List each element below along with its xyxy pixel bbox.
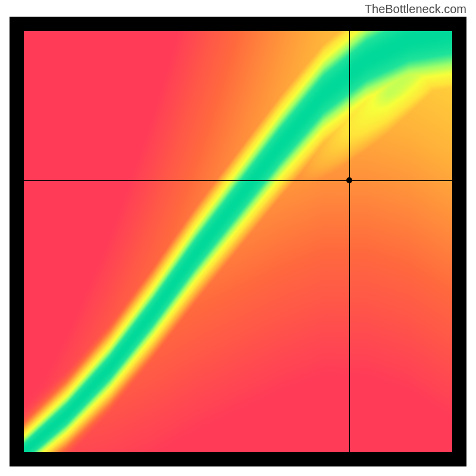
data-point-marker [346,177,352,183]
watermark-text: TheBottleneck.com [365,2,466,16]
heatmap-plot [24,31,452,452]
crosshair-horizontal [24,180,452,181]
plot-area [24,31,452,452]
root-container: TheBottleneck.com [0,0,476,476]
chart-frame [10,17,466,466]
crosshair-vertical [349,31,350,452]
